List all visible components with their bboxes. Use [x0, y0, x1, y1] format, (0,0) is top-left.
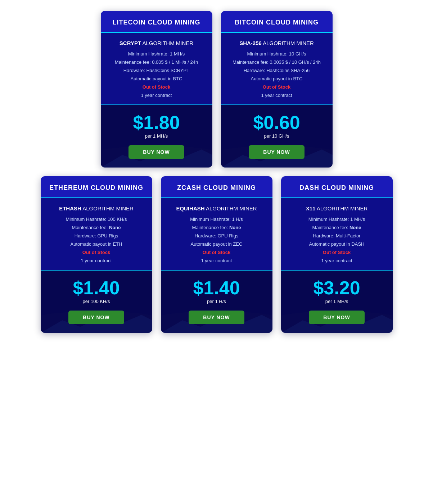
- buy-button-dash[interactable]: BUY NOW: [309, 311, 364, 324]
- payout-zcash: Automatic payout in ZEC: [168, 241, 265, 247]
- min-hashrate-litecoin: Minimum Hashrate: 1 MH/s: [108, 51, 205, 57]
- contract-bitcoin: 1 year contract: [228, 93, 325, 98]
- payout-litecoin: Automatic payout in BTC: [108, 76, 205, 81]
- card-price-area-zcash: $1.40 per 1 H/s BUY NOW: [161, 271, 272, 333]
- bottom-row: ETHEREUM CLOUD MINING ETHASH ALGORITHM M…: [41, 176, 393, 333]
- algo-title-bitcoin: SHA-256 ALGORITHM MINER: [228, 40, 325, 46]
- maintenance-fee-dash: Maintenance fee: None: [288, 225, 385, 230]
- contract-zcash: 1 year contract: [168, 258, 265, 263]
- hardware-dash: Hardware: Multi-Factor: [288, 233, 385, 238]
- hardware-bitcoin: Hardware: HashCoins SHA-256: [228, 68, 325, 73]
- card-header-bitcoin: BITCOIN CLOUD MINING: [221, 11, 333, 33]
- card-details-litecoin: SCRYPT ALGORITHM MINER Minimum Hashrate:…: [101, 33, 212, 105]
- card-title-zcash: ZCASH CLOUD MINING: [168, 184, 265, 192]
- stock-status-ethereum: Out of Stock: [48, 250, 145, 255]
- per-unit-litecoin: per 1 MH/s: [108, 133, 205, 139]
- buy-button-ethereum[interactable]: BUY NOW: [68, 311, 124, 324]
- price-dash: $3.20: [288, 278, 385, 297]
- algo-title-dash: X11 ALGORITHM MINER: [288, 205, 385, 211]
- stock-status-zcash: Out of Stock: [168, 250, 265, 255]
- payout-ethereum: Automatic payout in ETH: [48, 241, 145, 247]
- card-header-dash: DASH CLOUD MINING: [281, 176, 393, 198]
- algo-title-litecoin: SCRYPT ALGORITHM MINER: [108, 40, 205, 46]
- algo-title-zcash: EQUIHASH ALGORITHM MINER: [168, 205, 265, 211]
- price-zcash: $1.40: [168, 278, 265, 297]
- algo-title-ethereum: ETHASH ALGORITHM MINER: [48, 205, 145, 211]
- min-hashrate-ethereum: Minimum Hashrate: 100 KH/s: [48, 217, 145, 222]
- card-title-litecoin: LITECOIN CLOUD MINING: [108, 19, 205, 26]
- hardware-ethereum: Hardware: GPU Rigs: [48, 233, 145, 238]
- maintenance-fee-litecoin: Maintenance fee: 0.005 $ / 1 MH/s / 24h: [108, 59, 205, 65]
- payout-bitcoin: Automatic payout in BTC: [228, 76, 325, 81]
- buy-button-zcash[interactable]: BUY NOW: [189, 311, 244, 324]
- top-row: LITECOIN CLOUD MINING SCRYPT ALGORITHM M…: [101, 11, 333, 168]
- mining-card-zcash: ZCASH CLOUD MINING EQUIHASH ALGORITHM MI…: [161, 176, 272, 333]
- min-hashrate-zcash: Minimum Hashrate: 1 H/s: [168, 217, 265, 222]
- card-price-area-bitcoin: $0.60 per 10 GH/s BUY NOW: [221, 105, 333, 168]
- card-price-area-litecoin: $1.80 per 1 MH/s BUY NOW: [101, 105, 212, 168]
- card-header-zcash: ZCASH CLOUD MINING: [161, 176, 272, 198]
- payout-dash: Automatic payout in DASH: [288, 241, 385, 247]
- contract-litecoin: 1 year contract: [108, 93, 205, 98]
- buy-button-bitcoin[interactable]: BUY NOW: [249, 145, 304, 159]
- card-details-bitcoin: SHA-256 ALGORITHM MINER Minimum Hashrate…: [221, 33, 333, 105]
- hardware-zcash: Hardware: GPU Rigs: [168, 233, 265, 238]
- card-header-ethereum: ETHEREUM CLOUD MINING: [41, 176, 152, 198]
- stock-status-dash: Out of Stock: [288, 250, 385, 255]
- buy-button-litecoin[interactable]: BUY NOW: [128, 145, 184, 159]
- mining-card-ethereum: ETHEREUM CLOUD MINING ETHASH ALGORITHM M…: [41, 176, 152, 333]
- contract-ethereum: 1 year contract: [48, 258, 145, 263]
- price-litecoin: $1.80: [108, 113, 205, 132]
- mining-card-litecoin: LITECOIN CLOUD MINING SCRYPT ALGORITHM M…: [101, 11, 212, 168]
- mining-card-bitcoin: BITCOIN CLOUD MINING SHA-256 ALGORITHM M…: [221, 11, 333, 168]
- maintenance-fee-ethereum: Maintenance fee: None: [48, 225, 145, 230]
- card-price-area-dash: $3.20 per 1 MH/s BUY NOW: [281, 271, 393, 333]
- maintenance-fee-bitcoin: Maintenance fee: 0.0035 $ / 10 GH/s / 24…: [228, 59, 325, 65]
- card-price-area-ethereum: $1.40 per 100 KH/s BUY NOW: [41, 271, 152, 333]
- card-title-ethereum: ETHEREUM CLOUD MINING: [48, 184, 145, 192]
- card-header-litecoin: LITECOIN CLOUD MINING: [101, 11, 212, 33]
- per-unit-dash: per 1 MH/s: [288, 299, 385, 304]
- contract-dash: 1 year contract: [288, 258, 385, 263]
- min-hashrate-bitcoin: Minimum Hashrate: 10 GH/s: [228, 51, 325, 57]
- card-title-dash: DASH CLOUD MINING: [288, 184, 385, 192]
- hardware-litecoin: Hardware: HashCoins SCRYPT: [108, 68, 205, 73]
- price-bitcoin: $0.60: [228, 113, 325, 132]
- price-ethereum: $1.40: [48, 278, 145, 297]
- per-unit-bitcoin: per 10 GH/s: [228, 133, 325, 139]
- maintenance-fee-zcash: Maintenance fee: None: [168, 225, 265, 230]
- card-details-dash: X11 ALGORITHM MINER Minimum Hashrate: 1 …: [281, 198, 393, 271]
- min-hashrate-dash: Minimum Hashrate: 1 MH/s: [288, 217, 385, 222]
- card-title-bitcoin: BITCOIN CLOUD MINING: [228, 19, 325, 26]
- per-unit-ethereum: per 100 KH/s: [48, 299, 145, 304]
- stock-status-litecoin: Out of Stock: [108, 84, 205, 90]
- card-details-ethereum: ETHASH ALGORITHM MINER Minimum Hashrate:…: [41, 198, 152, 271]
- mining-card-dash: DASH CLOUD MINING X11 ALGORITHM MINER Mi…: [281, 176, 393, 333]
- card-details-zcash: EQUIHASH ALGORITHM MINER Minimum Hashrat…: [161, 198, 272, 271]
- stock-status-bitcoin: Out of Stock: [228, 84, 325, 90]
- per-unit-zcash: per 1 H/s: [168, 299, 265, 304]
